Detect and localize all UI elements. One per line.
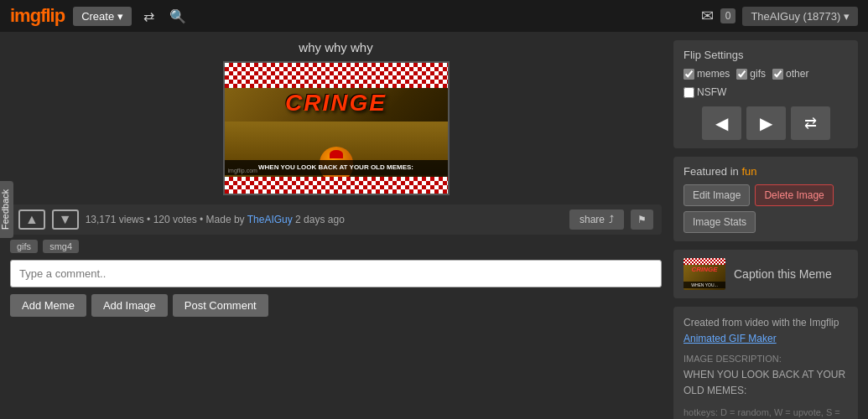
image-stats-button[interactable]: Image Stats (683, 211, 756, 233)
feedback-tab[interactable]: Feedback (0, 181, 13, 238)
create-chevron-icon: ▾ (117, 10, 123, 23)
user-menu-button[interactable]: TheAIGuy (18773) ▾ (742, 7, 858, 26)
tag-gifs[interactable]: gifs (10, 240, 38, 253)
logo[interactable]: imgflip (10, 5, 65, 27)
meme-caption-box: WHEN YOU LOOK BACK AT YOUR OLD MEMES: (225, 160, 448, 175)
caption-thumb-checker (683, 258, 725, 265)
other-checkbox-label[interactable]: other (772, 68, 808, 80)
comment-input[interactable] (10, 260, 662, 287)
memes-checkbox[interactable] (683, 69, 694, 80)
featured-text: Featured in fun (683, 165, 848, 178)
hotkeys-text: hotkeys: D = random, W = upvote, S = dow… (683, 406, 848, 419)
left-content: why why why CRINGE WHEN YOU LOOK BACK AT… (10, 40, 662, 419)
memes-checkbox-label[interactable]: memes (683, 68, 730, 80)
share-icon: ⤴ (609, 214, 614, 225)
featured-buttons: Edit Image Delete Image (683, 184, 848, 206)
logo-img: img (10, 5, 40, 26)
checkerboard-top (225, 63, 448, 88)
right-sidebar: Flip Settings memes gifs other NSFW (673, 40, 858, 419)
create-button[interactable]: Create ▾ (73, 7, 132, 26)
caption-meme-label: Caption this Meme (734, 267, 832, 281)
search-icon[interactable]: 🔍 (166, 5, 190, 28)
gif-maker-link[interactable]: Animated GIF Maker (683, 333, 777, 344)
meme-caption-text: WHEN YOU LOOK BACK AT YOUR OLD MEMES: (230, 163, 443, 172)
main-content: why why why CRINGE WHEN YOU LOOK BACK AT… (0, 32, 868, 419)
meme-watermark: imgflip.com (228, 168, 257, 173)
logo-flip: flip (40, 5, 65, 26)
featured-box: Featured in fun Edit Image Delete Image … (673, 157, 858, 241)
tag-smg4[interactable]: smg4 (43, 240, 79, 253)
action-bar: ▲ ▼ 13,171 views • 120 votes • Made by T… (10, 204, 662, 235)
author-link[interactable]: TheAIGuy (247, 214, 293, 225)
image-stats-row: Image Stats (683, 211, 848, 233)
flag-button[interactable]: ⚑ (631, 210, 653, 230)
user-label: TheAIGuy (18773) (751, 10, 840, 23)
downvote-button[interactable]: ▼ (52, 210, 79, 230)
notification-badge: 0 (720, 8, 736, 23)
create-label: Create (81, 10, 114, 23)
meme-image-container: CRINGE WHEN YOU LOOK BACK AT YOUR OLD ME… (10, 61, 662, 198)
caption-thumbnail: CRINGE WHEN YOU... (683, 258, 725, 290)
flip-settings-title: Flip Settings (683, 49, 848, 61)
post-comment-button[interactable]: Post Comment (173, 294, 268, 317)
gifs-checkbox-label[interactable]: gifs (736, 68, 766, 80)
share-button[interactable]: share ⤴ (569, 210, 624, 230)
tags-row: gifs smg4 (10, 240, 662, 253)
shuffle-nav-icon[interactable]: ⇄ (140, 5, 158, 28)
other-checkbox[interactable] (772, 69, 783, 80)
caption-box[interactable]: CRINGE WHEN YOU... Caption this Meme (673, 250, 858, 298)
nsfw-checkbox[interactable] (683, 87, 694, 98)
shuffle-button[interactable]: ⇄ (791, 106, 830, 140)
bottom-buttons: Add Meme Add Image Post Comment (10, 294, 662, 317)
flip-settings-box: Flip Settings memes gifs other NSFW (673, 40, 858, 148)
add-meme-button[interactable]: Add Meme (10, 294, 86, 317)
share-label: share (580, 214, 605, 225)
flag-icon: ⚑ (637, 214, 647, 225)
edit-image-button[interactable]: Edit Image (683, 184, 750, 206)
top-navigation: imgflip Create ▾ ⇄ 🔍 ✉ 0 TheAIGuy (18773… (0, 0, 868, 32)
meme-image: CRINGE WHEN YOU LOOK BACK AT YOUR OLD ME… (223, 61, 450, 195)
created-text: Created from video with the Imgflip (683, 317, 839, 328)
prev-arrow-button[interactable]: ◀ (702, 106, 741, 140)
feedback-label: Feedback (0, 189, 10, 230)
nav-arrows: ◀ ▶ ⇄ (683, 106, 848, 140)
next-arrow-button[interactable]: ▶ (746, 106, 786, 140)
add-image-button[interactable]: Add Image (91, 294, 168, 317)
image-description-label: IMAGE DESCRIPTION: (683, 352, 848, 367)
post-title: why why why (10, 40, 662, 54)
gifs-checkbox[interactable] (736, 69, 747, 80)
nsfw-checkbox-label[interactable]: NSFW (683, 86, 726, 98)
image-description-text: WHEN YOU LOOK BACK AT YOUR OLD MEMES: (683, 367, 848, 399)
fun-link[interactable]: fun (741, 165, 756, 178)
user-chevron-icon: ▾ (844, 10, 850, 23)
checkerboard-bottom (225, 177, 448, 194)
views-text: 13,171 views • 120 votes • Made by TheAI… (86, 214, 345, 225)
mail-icon[interactable]: ✉ (701, 7, 714, 25)
nav-right: ✉ 0 TheAIGuy (18773) ▾ (701, 7, 858, 26)
upvote-button[interactable]: ▲ (18, 210, 45, 230)
info-box: Created from video with the Imgflip Anim… (673, 307, 858, 419)
meme-cringe-text: CRINGE (225, 90, 448, 116)
checkboxes-row: memes gifs other NSFW (683, 68, 848, 98)
delete-image-button[interactable]: Delete Image (755, 184, 833, 206)
